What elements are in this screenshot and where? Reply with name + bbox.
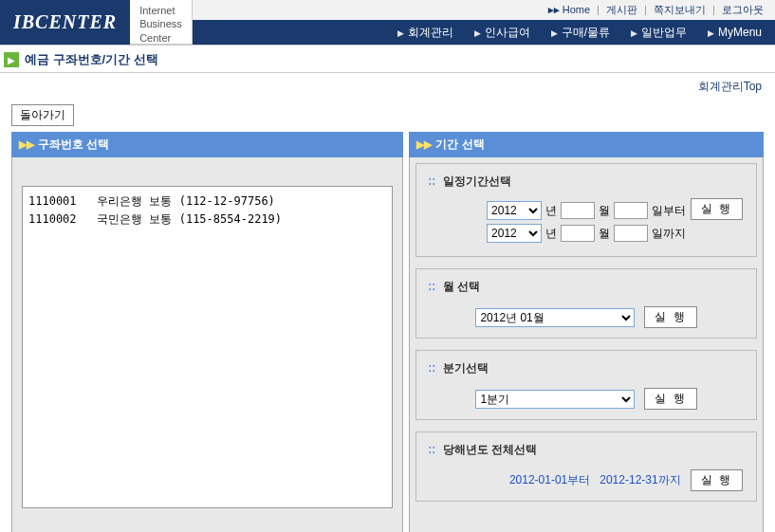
panel-body-account: 1110001 우리은행 보통 (112-12-97756) 1110002 국… [11,157,403,532]
day-from-input[interactable] [614,202,648,219]
header-right: ▸▸ Home | 게시판 | 쪽지보내기 | 로그아웃 회계관리 인사급여 구… [193,0,775,45]
dots-icon: :: [428,361,435,375]
month-to-input[interactable] [561,225,595,242]
month-row: 2012년 01월 실 행 [428,306,745,328]
exec-button-period[interactable]: 실 행 [691,198,743,220]
section-title-label: 일정기간선택 [443,174,511,188]
link-home[interactable]: Home [563,4,590,15]
top-links: ▸▸ Home | 게시판 | 쪽지보내기 | 로그아웃 [193,0,775,20]
panel-body-period: :: 일정기간선택 2012 년 월 일부터 2012 [409,157,764,532]
separator: | [712,4,715,15]
panel-header-icon: ▶▶ [416,138,432,151]
nav-hr[interactable]: 인사급여 [474,25,530,41]
label-year: 년 [545,226,557,242]
year-from-select[interactable]: 2012 [487,201,542,220]
separator: | [644,4,647,15]
dots-icon: :: [428,280,435,293]
day-to-input[interactable] [614,225,648,242]
panel-period: ▶▶ 기간 선택 :: 일정기간선택 2012 년 월 일부터 [409,132,764,532]
month-select[interactable]: 2012년 01월 [475,308,635,327]
panel-header-period: ▶▶ 기간 선택 [409,132,764,157]
section-title: :: 분기선택 [428,360,745,376]
link-logout[interactable]: 로그아웃 [722,4,764,15]
section-title: :: 일정기간선택 [428,174,745,190]
label-month: 월 [599,226,610,242]
section-title-label: 분기선택 [443,361,489,375]
label-day-from: 일부터 [652,203,686,219]
section-title: :: 월 선택 [428,279,745,295]
nav-general[interactable]: 일반업무 [631,25,687,41]
section-quarter: :: 분기선택 1분기 실 행 [415,350,757,420]
link-accounting-top[interactable]: 회계관리Top [0,73,775,101]
exec-button-month[interactable]: 실 행 [644,306,696,328]
label-month: 월 [599,203,610,219]
label-day-to: 일까지 [652,226,686,242]
panel-header-icon: ▶▶ [19,138,34,151]
panel-account: ▶▶ 구좌번호 선택 1110001 우리은행 보통 (112-12-97756… [11,132,403,532]
section-full-year: :: 당해년도 전체선택 2012-01-01부터 2012-12-31까지 실… [415,431,757,502]
label-year: 년 [545,203,557,219]
page-title: 예금 구좌번호/기간 선택 [25,51,158,68]
separator: | [597,4,600,15]
quarter-row: 1분기 실 행 [428,388,745,410]
dots-icon: :: [428,443,435,456]
section-month: :: 월 선택 2012년 01월 실 행 [415,268,757,339]
main-nav: 회계관리 인사급여 구매/물류 일반업무 MyMenu [193,20,775,45]
tagline-line: Business [139,17,182,30]
tagline: Internet Business Center [130,0,193,45]
logo: IBCENTER [0,0,130,45]
tagline-line: Internet [139,4,182,17]
month-from-input[interactable] [561,202,595,219]
quarter-select[interactable]: 1분기 [475,390,635,409]
range-from: 2012-01-01부터 [509,472,590,488]
list-item[interactable]: 1110001 우리은행 보통 (112-12-97756) [28,193,386,211]
panel-header-account: ▶▶ 구좌번호 선택 [11,132,403,157]
arrow-icon: ▸▸ [548,4,560,15]
tagline-line: Center [139,31,182,45]
page-title-icon: ▶ [4,52,19,67]
app-header: IBCENTER Internet Business Center ▸▸ Hom… [0,0,775,46]
nav-mymenu[interactable]: MyMenu [708,26,762,39]
section-custom-period: :: 일정기간선택 2012 년 월 일부터 2012 [415,163,757,257]
panel-header-label: 구좌번호 선택 [38,137,109,153]
main: ▶▶ 구좌번호 선택 1110001 우리은행 보통 (112-12-97756… [0,132,775,532]
back-button[interactable]: 돌아가기 [11,104,74,126]
year-range-row: 2012-01-01부터 2012-12-31까지 실 행 [428,469,745,491]
section-title-label: 당해년도 전체선택 [443,443,537,456]
link-board[interactable]: 게시판 [606,4,637,15]
nav-purchase[interactable]: 구매/물류 [551,25,610,41]
section-title: :: 당해년도 전체선택 [428,442,745,458]
panel-header-label: 기간 선택 [435,137,484,153]
range-to: 2012-12-31까지 [600,472,680,488]
exec-button-year[interactable]: 실 행 [691,469,743,491]
nav-accounting[interactable]: 회계관리 [397,25,453,41]
section-title-label: 월 선택 [443,280,480,293]
exec-button-quarter[interactable]: 실 행 [644,388,696,410]
date-to-row: 2012 년 월 일까지 [428,224,745,243]
dots-icon: :: [428,174,435,188]
list-item[interactable]: 1110002 국민은행 보통 (115-8554-2219) [28,211,386,229]
page-title-row: ▶ 예금 구좌번호/기간 선택 [0,46,775,73]
year-to-select[interactable]: 2012 [487,224,542,243]
account-listbox[interactable]: 1110001 우리은행 보통 (112-12-97756) 1110002 국… [22,186,393,508]
link-note[interactable]: 쪽지보내기 [654,4,706,15]
